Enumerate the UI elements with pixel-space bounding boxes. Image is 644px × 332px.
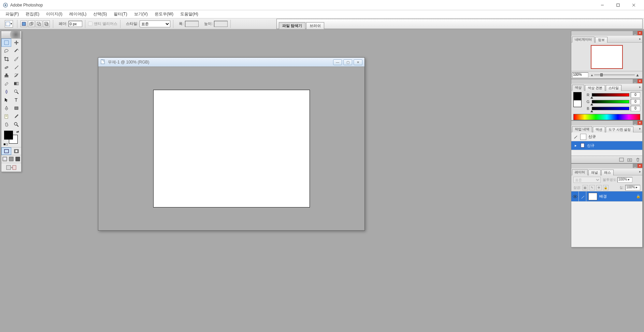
- navigator-minimize-icon[interactable]: _: [633, 31, 638, 35]
- dock-tab-file-browser[interactable]: 파일 탐색기: [279, 22, 305, 29]
- color-minimize-icon[interactable]: _: [633, 79, 638, 83]
- menu-layer[interactable]: 레이어(L): [66, 11, 90, 18]
- tab-swatches[interactable]: 색상 견본: [585, 85, 605, 91]
- lock-paint-icon[interactable]: ✎: [589, 185, 595, 190]
- tool-gradient[interactable]: [11, 80, 21, 88]
- tool-move[interactable]: [11, 39, 21, 47]
- tool-dodge[interactable]: [11, 88, 21, 96]
- tool-shape[interactable]: [11, 104, 21, 112]
- tool-eraser[interactable]: [1, 80, 11, 88]
- tool-blur[interactable]: [1, 88, 11, 96]
- history-close-icon[interactable]: ✕: [638, 121, 642, 125]
- tool-healing[interactable]: [1, 63, 11, 71]
- layer-visibility-icon[interactable]: [571, 191, 579, 201]
- navigator-preview[interactable]: [571, 43, 642, 71]
- tab-styles[interactable]: 스타일: [606, 85, 621, 91]
- history-snapshot-icon[interactable]: [627, 157, 633, 162]
- menu-help[interactable]: 도움말(H): [177, 11, 202, 18]
- history-delete-icon[interactable]: [635, 157, 641, 162]
- screen-standard[interactable]: [1, 155, 8, 163]
- canvas-area[interactable]: [98, 67, 364, 230]
- tool-pen[interactable]: [1, 104, 11, 112]
- tool-type[interactable]: T: [11, 96, 21, 104]
- tool-zoom[interactable]: [11, 120, 21, 129]
- tool-history-brush[interactable]: [11, 71, 21, 80]
- menu-edit[interactable]: 편집(E): [22, 11, 43, 18]
- tab-info[interactable]: 정보: [595, 37, 607, 43]
- tab-navigator[interactable]: 내비게이터: [572, 37, 595, 43]
- zoom-in-icon[interactable]: ▲: [635, 73, 640, 77]
- doc-close-button[interactable]: ✕: [354, 59, 362, 65]
- selection-subtract-button[interactable]: [35, 20, 42, 27]
- screen-full-menubar[interactable]: [8, 155, 14, 163]
- tab-layers[interactable]: 레이어: [572, 169, 588, 175]
- menu-view[interactable]: 보기(V): [131, 11, 151, 18]
- color-ramp[interactable]: [573, 114, 640, 120]
- doc-maximize-button[interactable]: ▢: [343, 59, 352, 65]
- mode-quickmask[interactable]: [11, 147, 21, 155]
- document-titlebar[interactable]: 무제-1 @ 100% (RGB) — ▢ ✕: [98, 58, 364, 67]
- minimize-button[interactable]: [598, 2, 607, 9]
- menu-select[interactable]: 선택(S): [90, 11, 110, 18]
- r-value[interactable]: 0: [631, 92, 640, 98]
- menu-filter[interactable]: 필터(T): [110, 11, 130, 18]
- color-close-icon[interactable]: ✕: [638, 79, 642, 83]
- selection-intersect-button[interactable]: [43, 20, 50, 27]
- tool-eyedropper[interactable]: [11, 112, 21, 120]
- tab-color[interactable]: 색상: [572, 85, 584, 91]
- g-slider[interactable]: [592, 100, 629, 103]
- navigator-close-icon[interactable]: ✕: [638, 31, 642, 35]
- jump-to-imageready[interactable]: [1, 163, 21, 172]
- menu-file[interactable]: 파일(F): [2, 11, 22, 18]
- layers-minimize-icon[interactable]: _: [633, 164, 638, 168]
- history-new-doc-icon[interactable]: [618, 157, 625, 162]
- menu-window[interactable]: 윈도우(W): [151, 11, 177, 18]
- menu-image[interactable]: 이미지(I): [43, 11, 66, 18]
- feather-input[interactable]: [69, 21, 82, 27]
- selection-add-button[interactable]: [28, 20, 35, 27]
- default-colors-icon[interactable]: ◼◻: [3, 143, 8, 146]
- b-value[interactable]: 0: [631, 106, 640, 111]
- tool-stamp[interactable]: [1, 71, 11, 80]
- history-source-icon[interactable]: [573, 134, 579, 140]
- g-value[interactable]: 0: [631, 99, 640, 104]
- selection-new-button[interactable]: [20, 20, 27, 27]
- lock-all-icon[interactable]: 🔒: [603, 185, 609, 190]
- tool-crop[interactable]: [1, 55, 11, 63]
- tool-notes[interactable]: [1, 112, 11, 120]
- tool-path-select[interactable]: [1, 96, 11, 104]
- tab-tool-presets[interactable]: 도구 사전 설정: [606, 127, 634, 132]
- opacity-value[interactable]: 100% ▸: [617, 177, 632, 183]
- tool-hand[interactable]: [1, 120, 11, 129]
- close-button[interactable]: [629, 2, 639, 9]
- zoom-value[interactable]: 100%: [572, 72, 588, 78]
- layer-link-icon[interactable]: [579, 191, 586, 201]
- tool-wand[interactable]: [11, 47, 21, 55]
- history-menu-icon[interactable]: ▸: [639, 127, 641, 130]
- lock-move-icon[interactable]: ✥: [596, 185, 602, 190]
- r-slider[interactable]: [592, 93, 629, 97]
- tab-history[interactable]: 작업 내역: [572, 126, 592, 132]
- zoom-out-icon[interactable]: ▲: [590, 73, 593, 77]
- screen-full[interactable]: [15, 155, 21, 163]
- color-menu-icon[interactable]: ▸: [639, 85, 641, 89]
- b-slider[interactable]: [592, 107, 629, 110]
- fill-value[interactable]: 100% ▸: [625, 185, 640, 190]
- tab-paths[interactable]: 패스: [601, 170, 614, 175]
- color-foreground-swatch[interactable]: [573, 92, 582, 100]
- tool-slice[interactable]: [11, 55, 21, 63]
- layers-close-icon[interactable]: ✕: [638, 164, 642, 168]
- navigator-menu-icon[interactable]: ▸: [639, 37, 641, 41]
- maximize-button[interactable]: [613, 2, 623, 9]
- tool-marquee[interactable]: [1, 39, 11, 47]
- tab-channels[interactable]: 채널: [588, 170, 601, 175]
- layers-menu-icon[interactable]: ▸: [639, 170, 641, 173]
- dock-tab-brushes[interactable]: 브러쉬: [306, 22, 324, 29]
- zoom-slider[interactable]: ▲ ▲: [590, 74, 640, 76]
- tool-brush[interactable]: [11, 63, 21, 71]
- foreground-color[interactable]: [4, 131, 13, 140]
- layer-item-background[interactable]: 배경 🔒: [571, 191, 642, 202]
- lock-transparency-icon[interactable]: ▦: [583, 185, 588, 190]
- doc-minimize-button[interactable]: —: [333, 59, 342, 65]
- style-select[interactable]: 표준: [140, 20, 170, 27]
